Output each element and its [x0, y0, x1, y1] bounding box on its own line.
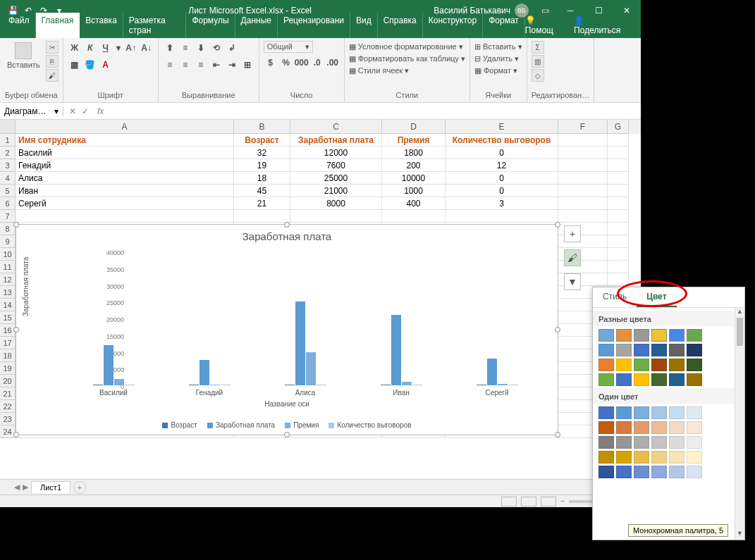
- chart-bar[interactable]: [306, 352, 316, 386]
- orientation-icon[interactable]: ⟲: [209, 41, 223, 55]
- tab-Вставка[interactable]: Вставка: [80, 13, 123, 38]
- color-swatch[interactable]: [651, 373, 667, 386]
- row-24[interactable]: 24: [0, 425, 16, 438]
- chart-styles-button[interactable]: 🖌: [564, 249, 581, 266]
- align-middle-icon[interactable]: ≡: [178, 41, 192, 55]
- chart-bar[interactable]: [221, 385, 231, 385]
- paste-button[interactable]: Вставить: [4, 41, 43, 70]
- tab-Рецензировани[interactable]: Рецензировани: [278, 13, 350, 38]
- chart-bar[interactable]: [189, 385, 199, 385]
- color-swatch[interactable]: [669, 421, 685, 434]
- align-center-icon[interactable]: ≡: [178, 58, 192, 72]
- table-cell[interactable]: 8000: [290, 197, 382, 210]
- cancel-formula-icon[interactable]: ✕: [69, 106, 76, 116]
- table-cell[interactable]: 3: [446, 197, 558, 210]
- color-panel-scrollbar[interactable]: ▲▼: [735, 308, 744, 540]
- enter-formula-icon[interactable]: ✓: [82, 106, 89, 116]
- color-swatch[interactable]: [616, 421, 632, 434]
- color-swatch[interactable]: [669, 359, 685, 371]
- row-5[interactable]: 5: [0, 185, 16, 197]
- color-swatch[interactable]: [687, 344, 702, 356]
- inc-decimal-icon[interactable]: .0: [310, 56, 324, 70]
- color-swatch[interactable]: [651, 451, 667, 463]
- color-swatch[interactable]: [616, 344, 632, 356]
- share-button[interactable]: 👤 Поделиться: [574, 15, 632, 35]
- prev-sheet-icon[interactable]: ◀: [14, 483, 20, 492]
- tab-Вид[interactable]: Вид: [350, 13, 378, 38]
- chart-bar[interactable]: [210, 385, 220, 385]
- zoom-out-button[interactable]: −: [560, 497, 565, 505]
- table-cell[interactable]: 21000: [290, 185, 382, 197]
- name-box[interactable]: Диаграм…▾: [0, 106, 63, 116]
- col-D[interactable]: D: [382, 120, 446, 134]
- color-swatch[interactable]: [669, 344, 685, 356]
- select-all-corner[interactable]: [0, 120, 16, 134]
- chart-bar[interactable]: [104, 345, 113, 385]
- header-bonus[interactable]: Премия: [382, 134, 446, 147]
- table-cell[interactable]: 7600: [290, 159, 382, 172]
- align-left-icon[interactable]: ≡: [163, 58, 177, 72]
- add-sheet-button[interactable]: +: [73, 481, 86, 494]
- dec-decimal-icon[interactable]: .00: [326, 56, 340, 70]
- chart-bar[interactable]: [412, 385, 422, 385]
- page-break-button[interactable]: [541, 497, 556, 506]
- font-size-dropdown[interactable]: ▾: [114, 41, 123, 55]
- header-name[interactable]: Имя сотрудника: [16, 134, 234, 147]
- clear-icon[interactable]: ◇: [532, 69, 544, 82]
- tab-Файл[interactable]: Файл: [3, 13, 36, 38]
- color-swatch[interactable]: [651, 421, 667, 434]
- color-swatch[interactable]: [687, 451, 702, 463]
- color-swatch[interactable]: [651, 406, 667, 419]
- header-age[interactable]: Возраст: [234, 134, 290, 147]
- chart-bar[interactable]: [317, 385, 326, 385]
- indent-inc-icon[interactable]: ⇥: [225, 58, 239, 72]
- color-swatch[interactable]: [616, 466, 632, 478]
- format-painter-icon[interactable]: 🖌: [46, 69, 59, 82]
- color-swatch[interactable]: [599, 421, 614, 434]
- row-2[interactable]: 2: [0, 147, 16, 159]
- delete-cells-button[interactable]: ⊟ Удалить ▾: [474, 53, 522, 65]
- table-cell[interactable]: 19: [234, 159, 290, 172]
- chart-bar[interactable]: [125, 385, 135, 385]
- chart-bar[interactable]: [381, 385, 391, 385]
- row-11[interactable]: 11: [0, 261, 16, 273]
- table-cell[interactable]: 25000: [290, 172, 382, 185]
- spreadsheet-grid[interactable]: A B C D E F G 1 Имя сотрудника Возраст З…: [0, 120, 641, 438]
- fx-icon[interactable]: fx: [94, 106, 106, 116]
- tab-Разметка стран[interactable]: Разметка стран: [123, 13, 187, 38]
- chart-bar[interactable]: [487, 359, 497, 385]
- row-1[interactable]: 1: [0, 134, 16, 147]
- dec-font-icon[interactable]: A↓: [140, 41, 154, 55]
- color-swatch[interactable]: [616, 451, 632, 463]
- chart-bar[interactable]: [508, 385, 518, 385]
- italic-button[interactable]: К: [83, 41, 97, 55]
- tab-Главная[interactable]: Главная: [36, 13, 80, 38]
- number-format-dropdown[interactable]: Общий▾: [264, 41, 313, 53]
- header-rep[interactable]: Количество выговоров: [446, 134, 558, 147]
- color-swatch[interactable]: [669, 436, 685, 449]
- color-swatch[interactable]: [687, 329, 702, 342]
- sheet-tab-1[interactable]: Лист1: [31, 481, 70, 493]
- chart-bar[interactable]: [295, 301, 305, 385]
- ribbon-options-icon[interactable]: ▭: [534, 6, 556, 15]
- autosum-icon[interactable]: Σ: [532, 41, 544, 54]
- color-swatch[interactable]: [687, 406, 702, 419]
- row-21[interactable]: 21: [0, 387, 16, 400]
- row-19[interactable]: 19: [0, 362, 16, 375]
- color-swatch[interactable]: [669, 406, 685, 419]
- color-swatch[interactable]: [599, 373, 614, 386]
- color-swatch[interactable]: [687, 421, 702, 434]
- color-swatch[interactable]: [651, 466, 667, 478]
- row-6[interactable]: 6: [0, 197, 16, 210]
- tab-Конструктор[interactable]: Конструктор: [423, 13, 483, 38]
- table-cell[interactable]: Алиса: [16, 172, 234, 185]
- table-cell[interactable]: 10000: [382, 172, 446, 185]
- chart-title[interactable]: Заработная плата: [16, 225, 558, 245]
- page-layout-button[interactable]: [521, 497, 536, 506]
- color-swatch[interactable]: [687, 359, 702, 371]
- bold-button[interactable]: Ж: [68, 41, 82, 55]
- chart-bar[interactable]: [477, 385, 486, 385]
- row-15[interactable]: 15: [0, 311, 16, 324]
- row-14[interactable]: 14: [0, 299, 16, 311]
- col-B[interactable]: B: [234, 120, 290, 134]
